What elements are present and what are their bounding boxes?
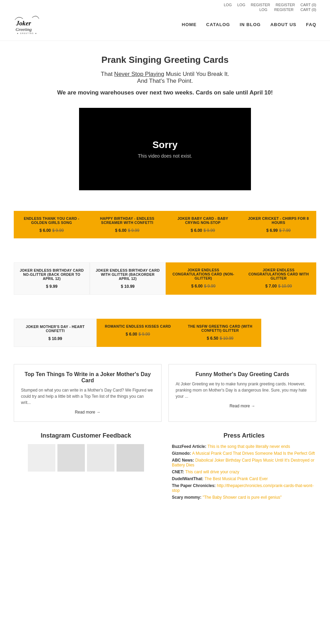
- subtitle-underline: Never Stop Playing: [114, 71, 164, 77]
- product-card[interactable]: HAPPY BIRTHDAY - ENDLESS SCREAMER WITH C…: [89, 211, 165, 238]
- product-title: JOKER BABY CARD - BABY CRYING NON-STOP: [170, 216, 236, 225]
- product-row-3: JOKER MOTHER'S DAY - HEART CONFETTI$ 10.…: [14, 319, 261, 347]
- subtitle-part1: That: [101, 71, 114, 77]
- press-link[interactable]: "The Baby Shower card is pure evil geniu…: [202, 495, 282, 500]
- video-sorry-sub: This video does not exist.: [138, 153, 192, 159]
- product-price: $ 10.99: [19, 336, 91, 341]
- product-title: JOKER ENDLESS CONGRATULATIONS CARD WITH …: [246, 268, 311, 280]
- product-title: JOKER CRICKET - CHIRPS FOR 8 HOURS: [245, 216, 311, 225]
- product-price: $ 10.99: [95, 284, 161, 289]
- log-label: LOG: [237, 3, 245, 7]
- svg-text:★ GREETING ★: ★ GREETING ★: [17, 33, 37, 34]
- press-list: BuzzFeed Article: This is the song that …: [172, 444, 316, 500]
- nav-about[interactable]: ABOUT US: [270, 22, 296, 27]
- product-card[interactable]: JOKER MOTHER'S DAY - HEART CONFETTI$ 10.…: [14, 319, 97, 347]
- press-item: Gizmodo: A Musical Prank Card That Drive…: [172, 451, 316, 456]
- instagram-col: Instagram Customer Feedback: [14, 432, 158, 502]
- product-title: ROMANTIC ENDLESS KISSES CARD: [101, 324, 174, 328]
- read-more-link[interactable]: Read more →: [21, 410, 154, 415]
- press-col: Press Articles BuzzFeed Article: This is…: [172, 432, 316, 502]
- nav-blog[interactable]: IN BLOG: [240, 22, 261, 27]
- video-sorry-text: Sorry: [152, 139, 177, 150]
- product-price: $ 6.00$ 9.99: [19, 228, 85, 233]
- press-link[interactable]: A Musical Prank Card That Drives Someone…: [192, 451, 315, 456]
- product-price: $ 7.00$ 10.99: [246, 284, 311, 289]
- product-row-1: ENDLESS THANK YOU CARD - GOLDEN GIRLS SO…: [14, 211, 316, 238]
- hero-notice: We are moving warehouses over next two w…: [14, 89, 316, 96]
- nav-catalog[interactable]: CATALOG: [206, 22, 230, 27]
- press-item: CNET: This card will drive your crazy: [172, 470, 316, 474]
- log-text: LOG: [259, 8, 267, 12]
- product-title: JOKER ENDLESS BIRTHDAY CARD WITH GLITTER…: [95, 268, 161, 281]
- hero-section: Prank Singing Greeting Cards That Never …: [0, 41, 330, 108]
- product-price: $ 6.00$ 9.99: [94, 228, 160, 233]
- product-price: $ 6.50$ 10.99: [184, 336, 256, 341]
- product-price: $ 6.00$ 9.99: [170, 284, 236, 289]
- product-card[interactable]: ROMANTIC ENDLESS KISSES CARD$ 6.00$ 9.99: [97, 319, 179, 347]
- video-box: Sorry This video does not exist.: [79, 108, 251, 190]
- blog-card: Funny Mother's Day Greeting CardsAt Joke…: [168, 364, 316, 422]
- product-card[interactable]: JOKER CRICKET - CHIRPS FOR 8 HOURS$ 6.99…: [241, 211, 316, 238]
- register-link[interactable]: REGISTER: [251, 3, 270, 7]
- blog-section: Top Ten Things To Write in a Joker Mothe…: [14, 364, 316, 422]
- product-card[interactable]: ENDLESS THANK YOU CARD - GOLDEN GIRLS SO…: [14, 211, 89, 238]
- instagram-title: Instagram Customer Feedback: [14, 432, 158, 439]
- product-card[interactable]: JOKER ENDLESS BIRTHDAY CARD NO-GLITTER (…: [14, 262, 90, 295]
- blog-excerpt: At Joker Greeting we try to make funny p…: [176, 381, 309, 399]
- product-title: ENDLESS THANK YOU CARD - GOLDEN GIRLS SO…: [19, 216, 85, 225]
- press-title: Press Articles: [172, 432, 316, 439]
- svg-text:Joker: Joker: [16, 20, 31, 27]
- cart-link[interactable]: CART (0): [300, 3, 316, 7]
- product-price: $ 6.99$ 7.99: [245, 228, 311, 233]
- blog-title: Top Ten Things To Write in a Joker Mothe…: [21, 371, 154, 384]
- blog-card: Top Ten Things To Write in a Joker Mothe…: [14, 364, 162, 422]
- product-title: JOKER MOTHER'S DAY - HEART CONFETTI: [19, 325, 91, 333]
- press-item: BuzzFeed Article: This is the song that …: [172, 444, 316, 449]
- product-card[interactable]: JOKER ENDLESS CONGRATULATIONS CARD (NON-…: [166, 262, 241, 295]
- product-card[interactable]: JOKER ENDLESS BIRTHDAY CARD WITH GLITTER…: [90, 262, 166, 295]
- press-link[interactable]: This card will drive your crazy: [185, 470, 239, 474]
- product-card[interactable]: JOKER ENDLESS CONGRATULATIONS CARD WITH …: [241, 262, 316, 295]
- press-item: DudeIWantThat: The Best Musical Prank Ca…: [172, 476, 316, 481]
- product-title: JOKER ENDLESS CONGRATULATIONS CARD (NON-…: [170, 268, 236, 280]
- read-more-link[interactable]: Read more →: [176, 404, 309, 408]
- cart-label: CART: [300, 3, 311, 7]
- press-link[interactable]: This is the song that quite literally ne…: [208, 444, 290, 449]
- footer-sections: Instagram Customer Feedback Press Articl…: [14, 432, 316, 502]
- press-item: The Paper Chronicles: http://thepaperchr…: [172, 483, 316, 493]
- product-card[interactable]: JOKER BABY CARD - BABY CRYING NON-STOP$ …: [165, 211, 241, 238]
- nav-faq[interactable]: FAQ: [306, 22, 316, 27]
- product-row-2: JOKER ENDLESS BIRTHDAY CARD NO-GLITTER (…: [14, 262, 316, 295]
- svg-text:Greeting: Greeting: [15, 27, 32, 32]
- product-title: THE NSFW GREETING CARD (WITH CONFETTI) G…: [184, 324, 256, 332]
- log-link[interactable]: LOG: [224, 3, 232, 7]
- press-item: Scary mommy: "The Baby Shower card is pu…: [172, 495, 316, 500]
- video-section: Sorry This video does not exist.: [45, 108, 285, 190]
- cart-count: (0): [312, 3, 316, 7]
- product-title: HAPPY BIRTHDAY - ENDLESS SCREAMER WITH C…: [94, 216, 160, 225]
- nav-home[interactable]: HOME: [182, 22, 197, 27]
- register-label: REGISTER: [276, 3, 295, 7]
- blog-title: Funny Mother's Day Greeting Cards: [176, 371, 309, 377]
- press-item: ABC News: Diabolical Joker Birthday Card…: [172, 458, 316, 467]
- hero-title: Prank Singing Greeting Cards: [14, 55, 316, 65]
- blog-excerpt: Stumped on what you can write in a Mothe…: [21, 387, 154, 406]
- hero-subtitle: That Never Stop Playing Music Until You …: [14, 71, 316, 84]
- register-text: REGISTER: [274, 8, 294, 12]
- product-title: JOKER ENDLESS BIRTHDAY CARD NO-GLITTER (…: [19, 268, 85, 281]
- press-link[interactable]: The Best Musical Prank Card Ever: [205, 476, 268, 481]
- product-price: $ 6.00$ 9.99: [101, 332, 174, 337]
- product-price: $ 6.00$ 9.99: [170, 228, 236, 233]
- logo[interactable]: Joker Greeting ★ GREETING ★: [14, 12, 41, 36]
- product-card[interactable]: THE NSFW GREETING CARD (WITH CONFETTI) G…: [179, 319, 261, 347]
- main-nav: HOME CATALOG IN BLOG ABOUT US FAQ: [182, 22, 316, 27]
- cart-text[interactable]: CART (0): [300, 8, 316, 12]
- product-price: $ 9.99: [19, 284, 85, 289]
